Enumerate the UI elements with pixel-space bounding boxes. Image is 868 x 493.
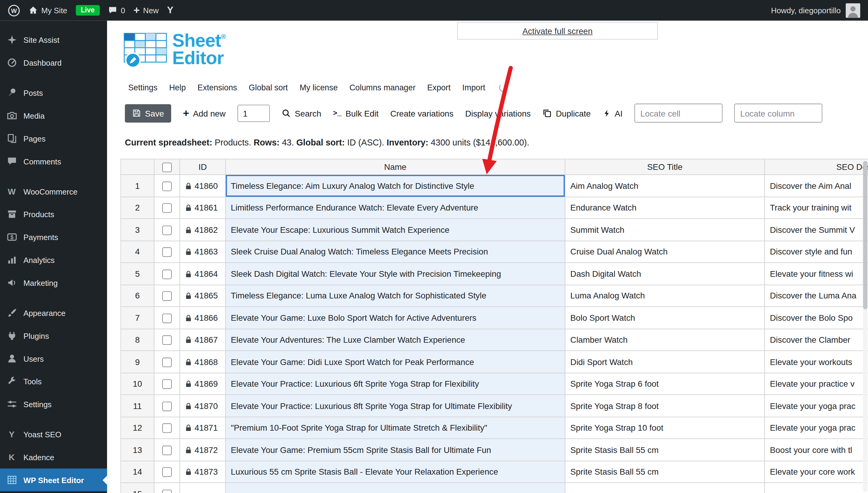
name-cell[interactable]: Elevate Your Escape: Luxurious Summit Wa… (225, 219, 565, 241)
row-number[interactable]: 6 (121, 285, 154, 306)
id-cell[interactable]: 41866 (180, 306, 226, 328)
sidebar-item-users[interactable]: Users (0, 347, 107, 370)
seo-desc-cell[interactable]: Discover the Summit V (765, 219, 868, 241)
sidebar-item-appearance[interactable]: Appearance (0, 301, 107, 324)
comments-counter[interactable]: 0 (108, 5, 125, 15)
row-checkbox[interactable] (162, 336, 171, 345)
page-number-input[interactable] (237, 105, 269, 122)
name-cell[interactable]: Sleek Dash Digital Watch: Elevate Your S… (225, 263, 565, 285)
seo-title-column-header[interactable]: SEO Title (565, 159, 765, 175)
row-checkbox[interactable] (162, 380, 171, 389)
menu-global-sort[interactable]: Global sort (249, 83, 288, 92)
seo-title-cell[interactable]: Sprite Yoga Strap 6 foot (565, 373, 765, 395)
my-site-link[interactable]: My Site (28, 5, 67, 15)
id-cell[interactable] (180, 483, 226, 493)
sidebar-item-posts[interactable]: Posts (0, 81, 107, 104)
row-number[interactable]: 12 (121, 417, 154, 439)
row-number[interactable]: 8 (121, 328, 154, 350)
row-number[interactable]: 13 (121, 439, 154, 461)
sidebar-item-payments[interactable]: $ Payments (0, 226, 107, 249)
id-cell[interactable]: 41871 (180, 417, 226, 439)
sidebar-item-dashboard[interactable]: Dashboard (0, 51, 107, 74)
grid-scrollbar-thumb[interactable] (863, 161, 867, 309)
corner-header-cell[interactable] (121, 159, 154, 175)
row-checkbox[interactable] (162, 467, 171, 477)
menu-my-license[interactable]: My license (299, 83, 338, 92)
seo-title-cell[interactable]: Clamber Watch (565, 328, 765, 350)
row-checkbox[interactable] (162, 445, 171, 455)
id-cell[interactable]: 41862 (180, 219, 226, 241)
row-checkbox[interactable] (162, 181, 171, 191)
id-cell[interactable]: 41861 (180, 197, 226, 219)
menu-columns-manager[interactable]: Columns manager (349, 83, 415, 92)
ai-button[interactable]: AI (602, 108, 623, 118)
seo-title-cell[interactable]: Sprite Yoga Strap 8 foot (565, 395, 765, 417)
id-cell[interactable]: 41865 (180, 285, 226, 306)
row-checkbox[interactable] (162, 291, 171, 301)
add-new-button[interactable]: + Add new (183, 108, 225, 119)
sidebar-item-plugins[interactable]: Plugins (0, 324, 107, 347)
id-cell[interactable]: 41873 (180, 461, 226, 483)
name-cell[interactable]: Timeless Elegance: Luma Luxe Analog Watc… (225, 285, 565, 306)
row-number[interactable]: 9 (121, 350, 154, 372)
create-variations-button[interactable]: Create variations (390, 108, 454, 118)
id-cell[interactable]: 41872 (180, 439, 226, 461)
sidebar-item-site-assist[interactable]: Site Assist (0, 28, 107, 51)
seo-title-cell[interactable]: Endurance Watch (565, 197, 765, 219)
seo-desc-cell[interactable]: Discover the Aim Anal (765, 175, 868, 197)
id-cell[interactable]: 41863 (180, 241, 226, 263)
row-checkbox[interactable] (162, 489, 171, 493)
row-checkbox[interactable] (162, 269, 171, 279)
name-cell[interactable]: Luxurious 55 cm Sprite Stasis Ball - Ele… (225, 461, 565, 483)
row-number[interactable]: 14 (121, 461, 154, 483)
seo-desc-cell[interactable] (765, 483, 868, 493)
seo-desc-cell[interactable]: Discover the Clamber (765, 328, 868, 350)
sidebar-item-settings[interactable]: Settings (0, 393, 107, 415)
howdy-account-link[interactable]: Howdy, diegoportillo (771, 6, 841, 15)
seo-desc-cell[interactable]: Discover style and fun (765, 241, 868, 263)
row-number[interactable]: 15 (121, 483, 154, 493)
seo-title-cell[interactable]: Dash Digital Watch (565, 263, 765, 285)
seo-desc-cell[interactable]: Elevate your fitness wi (765, 263, 868, 285)
sidebar-item-comments[interactable]: Comments (0, 150, 107, 173)
name-cell[interactable]: Elevate Your Practice: Luxurious 8ft Spr… (225, 395, 565, 417)
menu-help[interactable]: Help (169, 83, 186, 92)
locate-column-input[interactable] (734, 104, 822, 123)
sidebar-item-woocommerce[interactable]: W WooCommerce (0, 180, 107, 203)
select-all-checkbox[interactable] (162, 163, 171, 172)
id-cell[interactable]: 41867 (180, 328, 226, 350)
row-checkbox[interactable] (162, 247, 171, 257)
row-checkbox[interactable] (162, 424, 171, 433)
name-cell[interactable]: Timeless Elegance: Aim Luxury Analog Wat… (225, 175, 565, 197)
row-checkbox[interactable] (162, 402, 171, 411)
sidebar-item-kadence[interactable]: K Kadence (0, 446, 107, 469)
seo-desc-cell[interactable]: Elevate your workouts (765, 350, 868, 372)
name-cell[interactable]: Sleek Cruise Dual Analog Watch: Timeless… (225, 241, 565, 263)
seo-title-cell[interactable] (565, 483, 765, 493)
sidebar-item-analytics[interactable]: Analytics (0, 249, 107, 271)
avatar[interactable] (846, 3, 860, 18)
name-column-header[interactable]: Name (225, 159, 565, 175)
seo-title-cell[interactable]: Summit Watch (565, 219, 765, 241)
row-checkbox[interactable] (162, 314, 171, 323)
sidebar-item-pages[interactable]: Pages (0, 127, 107, 150)
seo-title-cell[interactable]: Aim Analog Watch (565, 175, 765, 197)
id-cell[interactable]: 41860 (180, 175, 226, 197)
sidebar-item-tools[interactable]: Tools (0, 370, 107, 393)
seo-desc-cell[interactable]: Discover the Luma Ana (765, 285, 868, 306)
name-cell[interactable]: Elevate Your Game: Didi Luxe Sport Watch… (225, 350, 565, 372)
duplicate-button[interactable]: Duplicate (542, 108, 591, 118)
row-number[interactable]: 10 (121, 373, 154, 395)
row-number[interactable]: 11 (121, 395, 154, 417)
id-cell[interactable]: 41870 (180, 395, 226, 417)
seo-desc-cell[interactable]: Boost your core with tl (765, 439, 868, 461)
seo-title-cell[interactable]: Didi Sport Watch (565, 350, 765, 372)
row-number[interactable]: 1 (121, 175, 154, 197)
seo-title-cell[interactable]: Luma Analog Watch (565, 285, 765, 306)
locate-cell-input[interactable] (635, 104, 722, 123)
menu-import[interactable]: Import (462, 83, 485, 92)
bulk-edit-button[interactable]: >_ Bulk Edit (333, 108, 378, 118)
name-cell[interactable]: Elevate Your Practice: Luxurious 6ft Spr… (225, 373, 565, 395)
row-number[interactable]: 5 (121, 263, 154, 285)
row-checkbox[interactable] (162, 358, 171, 367)
